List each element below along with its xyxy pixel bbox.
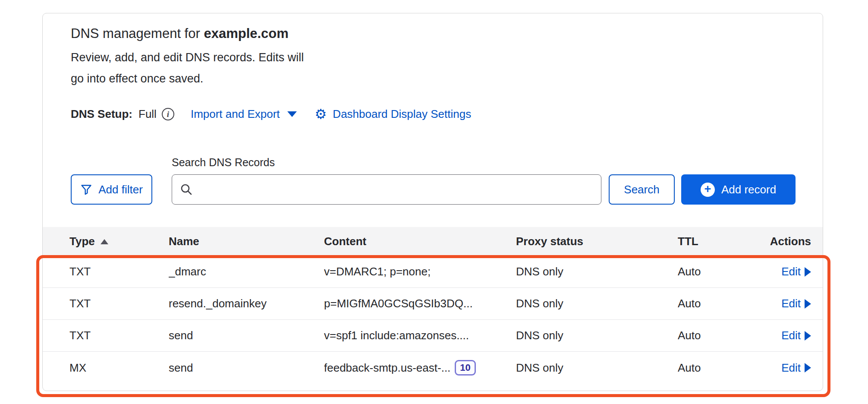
cell-content-text: feedback-smtp.us-east-... — [324, 361, 450, 375]
cell-ttl: Auto — [678, 329, 761, 342]
cell-ttl-text: Auto — [678, 297, 701, 310]
cell-proxy-status: DNS only — [516, 361, 678, 375]
column-header-proxy-status: Proxy status — [516, 235, 678, 248]
dns-management-card: DNS management for example.com Review, a… — [42, 13, 823, 391]
chevron-right-icon — [805, 363, 811, 372]
page-subtitle: Review, add, and edit DNS records. Edits… — [71, 47, 314, 89]
edit-label: Edit — [781, 361, 801, 375]
cell-ttl-text: Auto — [678, 329, 701, 342]
cell-content-text: p=MIGfMA0GCSqGSIb3DQ... — [324, 297, 473, 310]
cell-proxy-status-text: DNS only — [516, 329, 563, 342]
column-header-label: Proxy status — [516, 235, 583, 248]
dns-records-table: TypeNameContentProxy statusTTLActions TX… — [43, 227, 823, 384]
dashboard-display-settings-label: Dashboard Display Settings — [333, 107, 471, 121]
edit-record-button[interactable]: Edit — [781, 329, 811, 342]
plus-circle-icon: + — [701, 183, 715, 197]
cell-ttl: Auto — [678, 297, 761, 310]
column-header-label: Content — [324, 235, 366, 248]
add-record-button[interactable]: + Add record — [681, 174, 796, 205]
cell-type-text: TXT — [69, 329, 91, 342]
cell-content-text: v=spf1 include:amazonses.... — [324, 329, 469, 342]
column-header-content: Content — [324, 235, 516, 248]
gear-icon: ⚙ — [315, 107, 327, 121]
search-dns-records-label: Search DNS Records — [172, 156, 275, 169]
cell-content: v=spf1 include:amazonses.... — [324, 329, 516, 342]
cell-ttl-text: Auto — [678, 361, 701, 375]
toolbar: Add filter Search + Add record — [71, 174, 796, 205]
search-box — [172, 174, 601, 205]
cell-actions: Edit — [781, 297, 811, 310]
cell-ttl-text: Auto — [678, 265, 701, 278]
table-row: TXT_dmarcv=DMARC1; p=none;DNS onlyAutoEd… — [43, 256, 823, 288]
cell-type-text: TXT — [69, 297, 91, 310]
chevron-right-icon — [805, 331, 811, 341]
table-row: TXTresend._domainkeyp=MIGfMA0GCSqGSIb3DQ… — [43, 288, 823, 320]
cell-ttl: Auto — [678, 265, 761, 278]
add-filter-button[interactable]: Add filter — [71, 174, 152, 205]
cell-proxy-status-text: DNS only — [516, 361, 563, 375]
cell-proxy-status: DNS only — [516, 297, 678, 310]
cell-content: v=DMARC1; p=none; — [324, 265, 516, 278]
column-header-label: Actions — [770, 235, 811, 248]
chevron-right-icon — [805, 299, 811, 309]
column-header-label: TTL — [678, 235, 698, 248]
edit-label: Edit — [781, 265, 801, 278]
cell-proxy-status-text: DNS only — [516, 297, 563, 310]
cell-name-text: resend._domainkey — [169, 297, 267, 310]
column-header-type[interactable]: Type — [69, 235, 169, 248]
table-header-row: TypeNameContentProxy statusTTLActions — [43, 227, 823, 256]
cell-type: MX — [69, 361, 169, 375]
cell-name-text: send — [169, 329, 193, 342]
column-header-name: Name — [169, 235, 324, 248]
cell-name-text: _dmarc — [169, 265, 206, 278]
column-header-actions: Actions — [770, 235, 811, 248]
sort-ascending-icon — [101, 239, 108, 244]
edit-record-button[interactable]: Edit — [781, 361, 811, 375]
page-title-domain: example.com — [204, 26, 288, 41]
column-header-label: Name — [169, 235, 199, 248]
cell-type-text: TXT — [69, 265, 91, 278]
cell-ttl: Auto — [678, 361, 761, 375]
info-circle-icon[interactable]: i — [162, 108, 174, 120]
cell-content: feedback-smtp.us-east-...10 — [324, 360, 516, 376]
table-row: MXsendfeedback-smtp.us-east-...10DNS onl… — [43, 352, 823, 384]
cell-actions: Edit — [781, 265, 811, 278]
cell-type: TXT — [69, 265, 169, 278]
cell-type-text: MX — [69, 361, 86, 375]
cell-name: _dmarc — [169, 265, 324, 278]
column-header-label: Type — [69, 235, 95, 248]
cell-name: send — [169, 329, 324, 342]
edit-label: Edit — [781, 297, 801, 310]
cell-name-text: send — [169, 361, 193, 375]
add-record-label: Add record — [721, 183, 776, 196]
dns-setup-row: DNS Setup: Full i Import and Export ⚙ Da… — [71, 107, 471, 121]
dns-setup-value: Full — [138, 107, 157, 121]
cell-proxy-status: DNS only — [516, 265, 678, 278]
cell-proxy-status: DNS only — [516, 329, 678, 342]
search-input[interactable] — [199, 183, 593, 197]
dns-table-body: TXT_dmarcv=DMARC1; p=none;DNS onlyAutoEd… — [43, 256, 823, 384]
add-filter-label: Add filter — [98, 183, 143, 196]
cell-actions: Edit — [781, 361, 811, 375]
cell-name: send — [169, 361, 324, 375]
table-row: TXTsendv=spf1 include:amazonses....DNS o… — [43, 320, 823, 352]
edit-label: Edit — [781, 329, 801, 342]
cell-proxy-status-text: DNS only — [516, 265, 563, 278]
import-export-link[interactable]: Import and Export — [191, 107, 297, 121]
page-title: DNS management for example.com — [71, 24, 289, 43]
column-header-ttl: TTL — [678, 235, 761, 248]
search-button-label: Search — [624, 183, 659, 196]
import-export-label: Import and Export — [191, 107, 280, 121]
edit-record-button[interactable]: Edit — [781, 297, 811, 310]
chevron-right-icon — [805, 267, 811, 277]
dashboard-display-settings-link[interactable]: ⚙ Dashboard Display Settings — [315, 107, 472, 121]
filter-funnel-icon — [80, 183, 92, 196]
dns-setup-label: DNS Setup: — [71, 107, 132, 121]
priority-badge: 10 — [455, 360, 475, 376]
search-button[interactable]: Search — [609, 174, 675, 205]
chevron-down-icon — [287, 111, 297, 117]
magnifier-icon — [180, 183, 193, 196]
edit-record-button[interactable]: Edit — [781, 265, 811, 278]
cell-actions: Edit — [781, 329, 811, 342]
cell-content-text: v=DMARC1; p=none; — [324, 265, 431, 278]
